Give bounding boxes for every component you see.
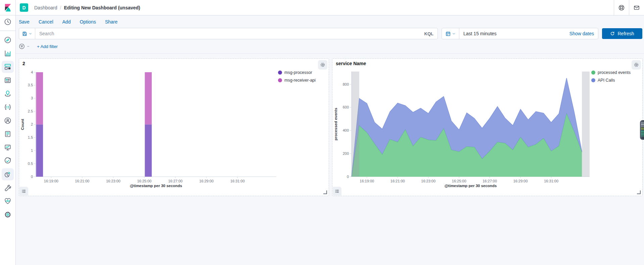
sidebar-item-monitoring[interactable] bbox=[2, 195, 14, 207]
chevron-down-icon bbox=[452, 32, 456, 36]
saved-query-menu-button[interactable] bbox=[19, 28, 35, 39]
panel-options-gear-button[interactable] bbox=[632, 60, 641, 70]
svg-text:16:31:00: 16:31:00 bbox=[544, 179, 558, 183]
svg-text:16:23:00: 16:23:00 bbox=[106, 179, 121, 183]
dashboard-app-badge: D bbox=[20, 3, 28, 12]
save-icon bbox=[22, 31, 27, 36]
kibana-logo-icon bbox=[3, 3, 12, 12]
bar-chart[interactable]: 00.511.522.533.5416:19:0016:21:0016:23:0… bbox=[19, 59, 281, 196]
newsfeed-button[interactable] bbox=[629, 0, 644, 15]
uptime-icon bbox=[4, 157, 11, 165]
svg-text:16:25:00: 16:25:00 bbox=[452, 179, 466, 183]
legend-color-dot bbox=[278, 71, 282, 75]
svg-text:16:21:00: 16:21:00 bbox=[75, 179, 89, 183]
filter-row: + Add filter bbox=[15, 40, 644, 53]
sidebar-item-maps[interactable] bbox=[2, 88, 14, 100]
svg-text:processed events: processed events bbox=[334, 108, 338, 140]
sidebar-item-recently-viewed[interactable] bbox=[2, 16, 14, 28]
area-chart[interactable]: 020040060080016:19:0016:21:0016:23:0016:… bbox=[332, 59, 594, 196]
time-range-value[interactable]: Last 15 minutes bbox=[459, 31, 565, 36]
query-bar: Search KQL bbox=[19, 28, 438, 39]
menu-save-link[interactable]: Save bbox=[19, 19, 30, 25]
scrollbar-thumb-preview[interactable] bbox=[640, 120, 644, 140]
sidebar-item-machine-learning[interactable] bbox=[2, 101, 14, 113]
breadcrumb-current: Editing New Dashboard (unsaved) bbox=[64, 5, 140, 10]
dashboard-panel-bar: 00.511.522.533.5416:19:0016:21:0016:23:0… bbox=[19, 58, 329, 196]
query-language-toggle[interactable]: KQL bbox=[420, 31, 438, 36]
search-input[interactable]: Search bbox=[35, 31, 420, 36]
top-header: D Dashboard / Editing New Dashboard (uns… bbox=[0, 0, 644, 15]
menu-add-link[interactable]: Add bbox=[62, 19, 71, 25]
menu-options-link[interactable]: Options bbox=[80, 19, 96, 25]
visualize-chart-icon bbox=[4, 50, 11, 57]
chevron-down-icon bbox=[29, 32, 32, 36]
panel-resize-handle[interactable] bbox=[323, 190, 327, 194]
legend-item[interactable]: msg-processor bbox=[278, 70, 316, 75]
date-picker: Last 15 minutes Show dates bbox=[442, 28, 598, 39]
breadcrumb-dashboard[interactable]: Dashboard bbox=[34, 5, 57, 10]
dev-tools-icon bbox=[4, 184, 11, 191]
svg-text:@timestamp per 30 seconds: @timestamp per 30 seconds bbox=[445, 184, 497, 188]
sidebar-item-canvas[interactable] bbox=[2, 74, 14, 86]
svg-text:200: 200 bbox=[343, 151, 349, 156]
svg-text:16:31:00: 16:31:00 bbox=[230, 179, 245, 183]
recent-clock-icon bbox=[4, 18, 11, 26]
sidebar-divider bbox=[0, 31, 15, 31]
svg-text:2.5: 2.5 bbox=[28, 109, 33, 113]
filter-icon bbox=[19, 43, 25, 49]
legend-label: processed events bbox=[598, 70, 631, 75]
kibana-logo[interactable] bbox=[0, 0, 16, 15]
apm-icon bbox=[4, 171, 11, 178]
svg-text:0: 0 bbox=[31, 175, 33, 179]
legend-toggle-button[interactable] bbox=[333, 187, 341, 195]
query-row: Search KQL Last 15 minutes Show dates bbox=[15, 28, 644, 40]
sidebar-item-uptime[interactable] bbox=[2, 155, 14, 167]
svg-text:16:21:00: 16:21:00 bbox=[390, 179, 405, 183]
filter-options-button[interactable] bbox=[19, 43, 30, 49]
refresh-label: Refresh bbox=[617, 31, 634, 36]
sidebar-item-metrics[interactable] bbox=[2, 141, 14, 153]
sidebar-item-apm[interactable] bbox=[2, 168, 14, 180]
sidebar bbox=[0, 15, 16, 265]
gear-icon bbox=[320, 62, 325, 68]
svg-text:400: 400 bbox=[343, 128, 349, 132]
legend-color-dot bbox=[591, 71, 595, 75]
sidebar-item-visualize[interactable] bbox=[2, 47, 14, 59]
sidebar-item-graph[interactable] bbox=[2, 115, 14, 127]
svg-text:4: 4 bbox=[31, 70, 33, 74]
add-filter-button[interactable]: + Add filter bbox=[37, 44, 58, 49]
legend-item[interactable]: msg-receiver-api bbox=[278, 78, 316, 83]
management-icon bbox=[4, 211, 11, 218]
scrollbar-stripes-teal bbox=[641, 130, 644, 137]
legend-item[interactable]: processed events bbox=[591, 70, 631, 75]
svg-text:3: 3 bbox=[31, 96, 33, 100]
legend-toggle-button[interactable] bbox=[19, 187, 28, 195]
header-icons bbox=[614, 0, 644, 15]
sidebar-item-dashboard[interactable] bbox=[2, 61, 14, 73]
sidebar-item-dev-tools[interactable] bbox=[2, 182, 14, 194]
show-dates-button[interactable]: Show dates bbox=[565, 31, 598, 36]
maps-icon bbox=[4, 90, 11, 97]
sidebar-item-management[interactable] bbox=[2, 209, 14, 221]
panel-title[interactable]: service Name bbox=[336, 61, 366, 66]
legend-item[interactable]: API Calls bbox=[591, 78, 631, 83]
date-quick-menu-button[interactable] bbox=[442, 28, 459, 39]
menu-cancel-link[interactable]: Cancel bbox=[39, 19, 53, 25]
sidebar-item-logs[interactable] bbox=[2, 128, 14, 140]
svg-text:3.5: 3.5 bbox=[28, 83, 33, 87]
panel-title[interactable]: 2 bbox=[22, 61, 25, 66]
svg-text:800: 800 bbox=[343, 82, 349, 86]
panel-resize-handle[interactable] bbox=[637, 190, 641, 194]
help-button[interactable] bbox=[614, 0, 629, 15]
sidebar-item-discover[interactable] bbox=[2, 34, 14, 46]
monitoring-icon bbox=[4, 197, 11, 205]
legend-label: API Calls bbox=[598, 78, 615, 83]
svg-text:16:29:00: 16:29:00 bbox=[199, 179, 214, 183]
panel-options-gear-button[interactable] bbox=[318, 60, 327, 70]
refresh-button[interactable]: Refresh bbox=[602, 28, 642, 39]
life-ring-help-icon bbox=[618, 5, 625, 11]
menu-share-link[interactable]: Share bbox=[105, 19, 118, 25]
legend-color-dot bbox=[591, 78, 595, 82]
svg-text:16:23:00: 16:23:00 bbox=[421, 179, 435, 183]
legend-label: msg-receiver-api bbox=[284, 78, 316, 83]
